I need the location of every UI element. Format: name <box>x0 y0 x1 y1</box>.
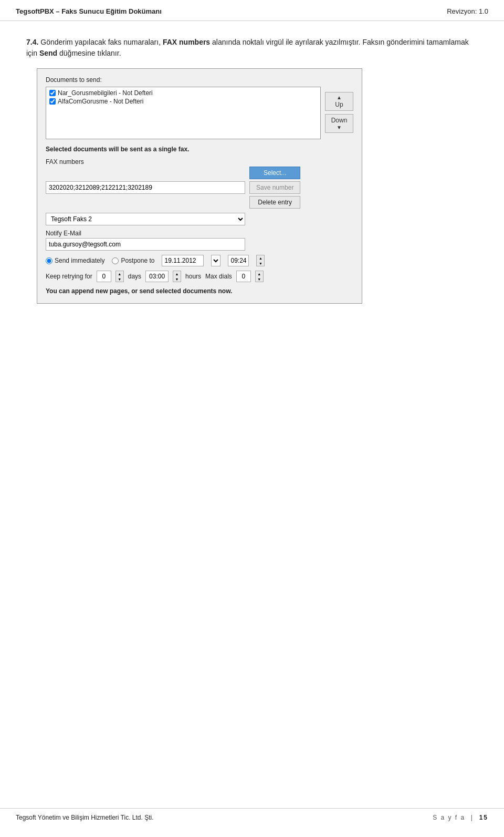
time-input[interactable] <box>228 255 249 266</box>
section-number: 7.4. <box>26 38 38 46</box>
retry-days-up-btn[interactable]: ▲ <box>116 271 123 276</box>
documents-label: Documents to send: <box>46 76 353 84</box>
retry-hours-spinner[interactable]: ▲ ▼ <box>173 271 181 282</box>
footer-company: Tegsoft Yönetim ve Bilişim Hizmetleri Ti… <box>16 814 154 821</box>
page-label: S a y f a <box>433 814 465 821</box>
retry-hours-down-btn[interactable]: ▼ <box>173 276 181 282</box>
fax-numbers-input[interactable] <box>46 181 245 194</box>
revision-label: Revizyon: 1.0 <box>447 7 488 15</box>
keep-retrying-label: Keep retrying for <box>46 273 92 280</box>
retry-days-input[interactable] <box>97 271 111 282</box>
max-dials-down-btn[interactable]: ▼ <box>256 276 263 282</box>
retry-hours-up-btn[interactable]: ▲ <box>173 271 181 276</box>
max-dials-label: Max dials <box>205 273 232 280</box>
date-input[interactable] <box>162 255 204 266</box>
doc2-checkbox[interactable] <box>49 98 56 105</box>
notify-label: Notify E-Mail <box>46 230 353 237</box>
postpone-label: Postpone to <box>121 257 154 264</box>
page-number: 15 <box>479 814 488 821</box>
fax-dialog: Documents to send: Nar_Gorusmebilgileri … <box>37 68 362 304</box>
time-down-btn[interactable]: ▼ <box>257 261 264 266</box>
list-item: AlfaComGorusme - Not Defteri <box>49 98 317 105</box>
section-heading: 7.4. Gönderim yapılacak faks numaraları,… <box>26 37 478 59</box>
max-dials-spinner[interactable]: ▲ ▼ <box>255 271 264 282</box>
days-label: days <box>128 273 141 280</box>
up-label: Up <box>335 101 343 108</box>
save-number-button: Save number <box>249 181 300 194</box>
main-content: 7.4. Gönderim yapılacak faks numaraları,… <box>0 21 504 319</box>
delete-entry-button[interactable]: Delete entry <box>249 196 300 209</box>
doc2-label: AlfaComGorusme - Not Defteri <box>58 98 143 105</box>
doc1-checkbox[interactable] <box>49 90 56 96</box>
doc1-label: Nar_Gorusmebilgileri - Not Defteri <box>58 89 153 97</box>
fax-numbers-row: Select... Save number Delete entry <box>46 167 353 209</box>
down-button[interactable]: Down ▼ <box>325 114 353 133</box>
retry-hours-input[interactable] <box>145 271 169 282</box>
send-options-row: Send immediately Postpone to ▼ ▲ ▼ <box>46 255 353 266</box>
documents-section: Nar_Gorusmebilgileri - Not Defteri AlfaC… <box>46 87 353 139</box>
send-immediately-radio-group: Send immediately <box>46 257 104 264</box>
hours-label: hours <box>185 273 201 280</box>
time-spinner[interactable]: ▲ ▼ <box>256 255 265 266</box>
section-text-before: Gönderim yapılacak faks numaraları, <box>40 38 161 46</box>
postpone-radio-group: Postpone to <box>112 257 154 264</box>
fax-action-buttons: Select... Save number Delete entry <box>249 167 300 209</box>
footer-page: S a y f a | 15 <box>433 814 488 821</box>
bottom-message: You can append new pages, or send select… <box>46 287 353 295</box>
section-highlight-fax: FAX numbers <box>163 38 210 46</box>
page-header: TegsoftPBX – Faks Sunucu Eğitim Dokümanı… <box>0 0 504 21</box>
notify-email-input[interactable] <box>46 238 245 251</box>
section-text-end: düğmesine tıklanır. <box>59 49 121 57</box>
list-item: Nar_Gorusmebilgileri - Not Defteri <box>49 89 317 97</box>
down-arrow-icon: ▼ <box>337 125 342 130</box>
send-immediately-radio[interactable] <box>46 257 52 264</box>
date-dropdown[interactable]: ▼ <box>211 255 220 266</box>
retry-row: Keep retrying for ▲ ▼ days ▲ ▼ hours Max… <box>46 271 353 282</box>
document-title: TegsoftPBX – Faks Sunucu Eğitim Dokümanı <box>16 7 162 15</box>
time-up-btn[interactable]: ▲ <box>257 255 264 261</box>
max-dials-up-btn[interactable]: ▲ <box>256 271 263 276</box>
documents-listbox: Nar_Gorusmebilgileri - Not Defteri AlfaC… <box>46 87 321 139</box>
selected-msg: Selected documents will be sent as a sin… <box>46 146 353 153</box>
postpone-radio[interactable] <box>112 257 119 264</box>
fax-server-dropdown[interactable]: Tegsoft Faks 2 <box>46 213 245 225</box>
notify-section: Notify E-Mail <box>46 230 353 251</box>
retry-days-spinner[interactable]: ▲ ▼ <box>116 271 124 282</box>
send-immediately-label: Send immediately <box>55 257 104 264</box>
fax-numbers-section: FAX numbers Select... Save number Delete… <box>46 158 353 209</box>
up-arrow-icon: ▲ <box>337 95 342 100</box>
fax-numbers-label: FAX numbers <box>46 158 353 166</box>
fax-dropdown-row: Tegsoft Faks 2 <box>46 213 353 225</box>
up-down-controls: ▲ Up Down ▼ <box>325 87 353 139</box>
down-label: Down <box>331 117 348 124</box>
up-button[interactable]: ▲ Up <box>325 92 353 111</box>
page-footer: Tegsoft Yönetim ve Bilişim Hizmetleri Ti… <box>0 808 504 826</box>
max-dials-input[interactable] <box>236 271 251 282</box>
select-button[interactable]: Select... <box>249 167 300 179</box>
retry-days-down-btn[interactable]: ▼ <box>116 276 123 282</box>
section-highlight-send: Send <box>39 49 57 57</box>
